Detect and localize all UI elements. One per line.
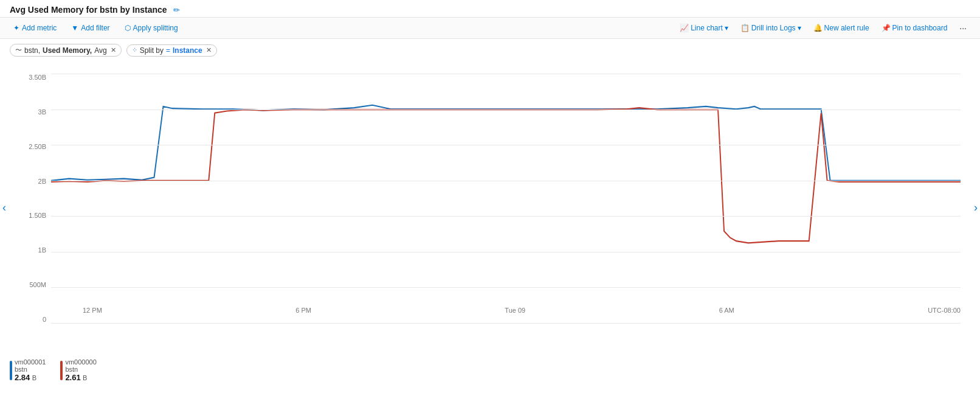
y-label-150b: 1.50B — [29, 212, 46, 219]
grid-line-bottom — [51, 323, 961, 324]
grid-line-4 — [51, 216, 961, 217]
y-label-350b: 3.50B — [29, 74, 46, 81]
y-label-2b: 2B — [38, 178, 46, 185]
legend-val-blue: 2.84 B — [15, 373, 46, 382]
split-close-icon[interactable]: ✕ — [206, 46, 212, 54]
line-chart-label: Line chart — [691, 24, 723, 32]
y-label-1b: 1B — [38, 246, 46, 254]
y-axis: 3.50B 3B 2.50B 2B 1.50B 1B 500M 0 — [19, 74, 51, 323]
chart-area: 12 PM 6 PM Tue 09 6 AM UTC-08:00 — [51, 74, 961, 323]
toolbar: ✦ Add metric ▼ Add filter ⬡ Apply splitt… — [0, 17, 980, 39]
alert-icon: 🔔 — [813, 24, 823, 32]
pin-icon: 📌 — [882, 24, 891, 32]
apply-splitting-button[interactable]: ⬡ Apply splitting — [121, 22, 182, 34]
legend-unit-blue: B — [32, 374, 36, 381]
filter-icon: ▼ — [71, 24, 78, 32]
chart-title: Avg Used Memory for bstn by Instance — [10, 5, 167, 15]
legend: vm000001 bstn 2.84 B vm000000 bstn 2.61 … — [0, 353, 980, 387]
metric-close-icon[interactable]: ✕ — [111, 46, 116, 54]
x-label-12pm: 12 PM — [83, 307, 102, 314]
metric-suffix: Avg — [94, 46, 106, 55]
split-icon: ⬡ — [125, 24, 131, 32]
metric-prefix: bstn, — [24, 46, 40, 55]
x-label-tue09: Tue 09 — [505, 307, 525, 314]
legend-info-red: vm000000 bstn 2.61 B — [65, 358, 96, 382]
logs-icon: 📋 — [740, 24, 750, 32]
x-axis: 12 PM 6 PM Tue 09 6 AM UTC-08:00 — [83, 307, 961, 314]
chevron-down-icon: ▾ — [725, 24, 728, 32]
chart-header: Avg Used Memory for bstn by Instance ✏ — [0, 0, 980, 17]
grid-line-6 — [51, 287, 961, 288]
toolbar-right: 📈 Line chart ▾ 📋 Drill into Logs ▾ 🔔 New… — [676, 21, 970, 35]
legend-id-blue: vm000001 — [15, 358, 46, 366]
grid-line-5 — [51, 252, 961, 252]
metric-pill[interactable]: 〜 bstn, Used Memory, Avg ✕ — [10, 44, 122, 57]
toolbar-left: ✦ Add metric ▼ Add filter ⬡ Apply splitt… — [10, 22, 676, 34]
apply-splitting-label: Apply splitting — [133, 24, 178, 32]
line-chart-button[interactable]: 📈 Line chart ▾ — [676, 22, 732, 34]
more-options-button[interactable]: ··· — [956, 21, 970, 35]
chart-inner: 3.50B 3B 2.50B 2B 1.50B 1B 500M 0 — [19, 61, 961, 353]
legend-color-red — [60, 361, 63, 380]
y-label-0: 0 — [43, 316, 46, 323]
legend-ns-blue: bstn — [15, 366, 46, 373]
metric-icon: 〜 — [15, 46, 22, 55]
drill-into-logs-button[interactable]: 📋 Drill into Logs ▾ — [737, 22, 805, 34]
split-label: Split by — [140, 46, 164, 55]
y-label-250b: 2.50B — [29, 143, 46, 150]
split-dots-icon: ⁘ — [132, 46, 137, 54]
legend-unit-red: B — [83, 374, 87, 381]
chart-nav-right[interactable]: › — [974, 201, 978, 214]
add-filter-label: Add filter — [81, 24, 109, 32]
drill-logs-label: Drill into Logs — [751, 24, 796, 32]
chart-nav-left[interactable]: ‹ — [2, 201, 6, 214]
chart-container: ‹ › 3.50B 3B 2.50B 2B 1.50B 1B 500M 0 — [0, 61, 980, 353]
new-alert-rule-button[interactable]: 🔔 New alert rule — [810, 22, 873, 34]
legend-number-red: 2.61 — [65, 373, 80, 382]
edit-title-icon[interactable]: ✏ — [173, 5, 180, 15]
add-metric-button[interactable]: ✦ Add metric — [10, 22, 60, 34]
pill-row: 〜 bstn, Used Memory, Avg ✕ ⁘ Split by = … — [0, 39, 980, 61]
x-label-6pm: 6 PM — [295, 307, 311, 314]
chevron-down-icon-logs: ▾ — [798, 24, 801, 32]
add-filter-button[interactable]: ▼ Add filter — [67, 22, 113, 34]
pin-to-dashboard-button[interactable]: 📌 Pin to dashboard — [878, 22, 951, 34]
add-metric-label: Add metric — [22, 24, 57, 32]
grid-line-3 — [51, 181, 961, 181]
line-chart-icon: 📈 — [680, 24, 689, 32]
add-metric-icon: ✦ — [13, 24, 19, 32]
grid-line-1 — [51, 110, 961, 110]
metric-bold: Used Memory, — [43, 46, 92, 55]
grid-line-top — [51, 74, 961, 74]
legend-info-blue: vm000001 bstn 2.84 B — [15, 358, 46, 382]
x-label-utc: UTC-08:00 — [928, 307, 961, 314]
legend-id-red: vm000000 — [65, 358, 96, 366]
legend-color-blue — [10, 361, 12, 380]
legend-val-red: 2.61 B — [65, 373, 96, 382]
grid-line-2 — [51, 145, 961, 145]
split-eq: = — [166, 46, 170, 55]
pin-label: Pin to dashboard — [892, 24, 948, 32]
y-label-500m: 500M — [29, 281, 46, 288]
y-label-3b: 3B — [38, 108, 46, 116]
legend-number-blue: 2.84 — [15, 373, 30, 382]
new-alert-label: New alert rule — [824, 24, 869, 32]
legend-item-blue: vm000001 bstn 2.84 B — [10, 358, 46, 382]
split-pill[interactable]: ⁘ Split by = Instance ✕ — [126, 44, 217, 57]
x-label-6am: 6 AM — [719, 307, 734, 314]
grid-lines — [51, 74, 961, 323]
split-value: Instance — [173, 46, 202, 55]
legend-ns-red: bstn — [65, 366, 96, 373]
legend-item-red: vm000000 bstn 2.61 B — [60, 358, 96, 382]
